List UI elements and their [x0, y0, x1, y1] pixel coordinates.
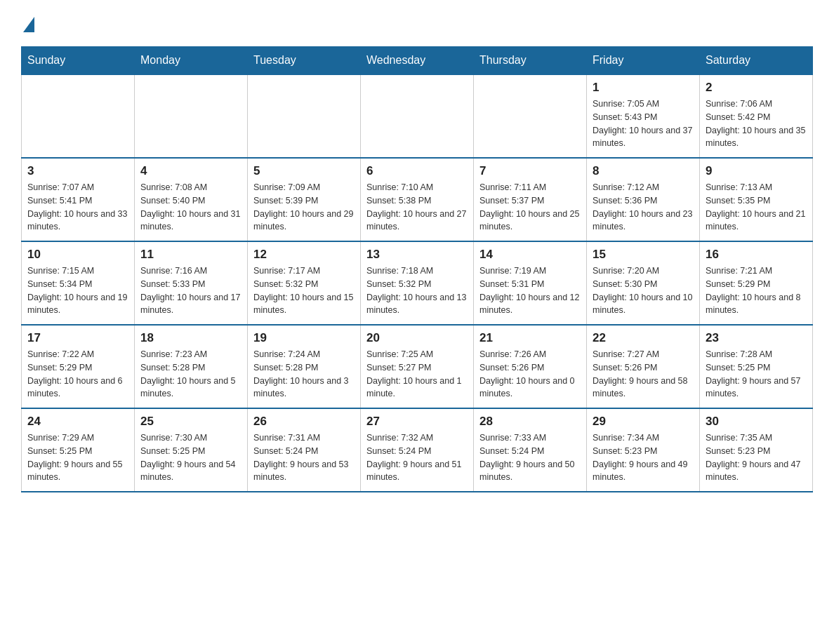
day-info: Sunrise: 7:19 AMSunset: 5:31 PMDaylight:…: [479, 264, 581, 317]
day-number: 21: [479, 331, 581, 345]
calendar-cell: 27Sunrise: 7:32 AMSunset: 5:24 PMDayligh…: [361, 408, 474, 492]
day-number: 2: [706, 81, 807, 95]
day-number: 9: [706, 164, 807, 178]
weekday-header-sunday: Sunday: [22, 47, 135, 75]
day-number: 14: [479, 248, 581, 262]
calendar-cell: 14Sunrise: 7:19 AMSunset: 5:31 PMDayligh…: [474, 241, 587, 325]
calendar-cell: 30Sunrise: 7:35 AMSunset: 5:23 PMDayligh…: [700, 408, 813, 492]
weekday-header-tuesday: Tuesday: [248, 47, 361, 75]
day-number: 6: [366, 164, 468, 178]
day-info: Sunrise: 7:35 AMSunset: 5:23 PMDaylight:…: [706, 431, 807, 484]
calendar-cell: 8Sunrise: 7:12 AMSunset: 5:36 PMDaylight…: [587, 158, 700, 241]
day-number: 3: [27, 164, 128, 178]
calendar-cell: 21Sunrise: 7:26 AMSunset: 5:26 PMDayligh…: [474, 325, 587, 408]
day-number: 11: [140, 248, 241, 262]
calendar-cell: 23Sunrise: 7:28 AMSunset: 5:25 PMDayligh…: [700, 325, 813, 408]
day-number: 20: [366, 331, 468, 345]
page-header: [21, 14, 813, 32]
day-info: Sunrise: 7:25 AMSunset: 5:27 PMDaylight:…: [366, 348, 468, 401]
day-number: 25: [140, 415, 241, 429]
calendar-cell: [248, 74, 361, 158]
day-info: Sunrise: 7:31 AMSunset: 5:24 PMDaylight:…: [253, 431, 355, 484]
day-info: Sunrise: 7:11 AMSunset: 5:37 PMDaylight:…: [479, 181, 581, 234]
calendar-week-row: 10Sunrise: 7:15 AMSunset: 5:34 PMDayligh…: [22, 241, 813, 325]
day-info: Sunrise: 7:15 AMSunset: 5:34 PMDaylight:…: [27, 264, 128, 317]
day-info: Sunrise: 7:07 AMSunset: 5:41 PMDaylight:…: [27, 181, 128, 234]
calendar-week-row: 17Sunrise: 7:22 AMSunset: 5:29 PMDayligh…: [22, 325, 813, 408]
calendar-week-row: 3Sunrise: 7:07 AMSunset: 5:41 PMDaylight…: [22, 158, 813, 241]
day-info: Sunrise: 7:23 AMSunset: 5:28 PMDaylight:…: [140, 348, 241, 401]
day-number: 8: [593, 164, 694, 178]
calendar-week-row: 1Sunrise: 7:05 AMSunset: 5:43 PMDaylight…: [22, 74, 813, 158]
calendar-cell: 7Sunrise: 7:11 AMSunset: 5:37 PMDaylight…: [474, 158, 587, 241]
weekday-header-saturday: Saturday: [700, 47, 813, 75]
day-info: Sunrise: 7:22 AMSunset: 5:29 PMDaylight:…: [27, 348, 128, 401]
calendar-cell: [22, 74, 135, 158]
calendar-cell: 20Sunrise: 7:25 AMSunset: 5:27 PMDayligh…: [361, 325, 474, 408]
day-info: Sunrise: 7:21 AMSunset: 5:29 PMDaylight:…: [706, 264, 807, 317]
day-number: 22: [593, 331, 694, 345]
day-number: 28: [479, 415, 581, 429]
calendar-cell: 9Sunrise: 7:13 AMSunset: 5:35 PMDaylight…: [700, 158, 813, 241]
day-info: Sunrise: 7:05 AMSunset: 5:43 PMDaylight:…: [593, 98, 694, 150]
day-info: Sunrise: 7:32 AMSunset: 5:24 PMDaylight:…: [366, 431, 468, 484]
calendar-cell: [135, 74, 248, 158]
calendar-cell: 29Sunrise: 7:34 AMSunset: 5:23 PMDayligh…: [587, 408, 700, 492]
calendar-cell: 18Sunrise: 7:23 AMSunset: 5:28 PMDayligh…: [135, 325, 248, 408]
day-info: Sunrise: 7:20 AMSunset: 5:30 PMDaylight:…: [593, 264, 694, 317]
calendar-cell: 12Sunrise: 7:17 AMSunset: 5:32 PMDayligh…: [248, 241, 361, 325]
day-info: Sunrise: 7:30 AMSunset: 5:25 PMDaylight:…: [140, 431, 241, 484]
calendar-cell: 17Sunrise: 7:22 AMSunset: 5:29 PMDayligh…: [22, 325, 135, 408]
calendar-header: SundayMondayTuesdayWednesdayThursdayFrid…: [22, 47, 813, 75]
day-number: 7: [479, 164, 581, 178]
day-info: Sunrise: 7:12 AMSunset: 5:36 PMDaylight:…: [593, 181, 694, 234]
day-info: Sunrise: 7:16 AMSunset: 5:33 PMDaylight:…: [140, 264, 241, 317]
calendar-cell: 4Sunrise: 7:08 AMSunset: 5:40 PMDaylight…: [135, 158, 248, 241]
calendar-cell: 24Sunrise: 7:29 AMSunset: 5:25 PMDayligh…: [22, 408, 135, 492]
calendar-table: SundayMondayTuesdayWednesdayThursdayFrid…: [21, 46, 813, 492]
logo-triangle-icon: [23, 17, 34, 32]
day-info: Sunrise: 7:33 AMSunset: 5:24 PMDaylight:…: [479, 431, 581, 484]
calendar-cell: 3Sunrise: 7:07 AMSunset: 5:41 PMDaylight…: [22, 158, 135, 241]
day-number: 17: [27, 331, 128, 345]
day-number: 19: [253, 331, 355, 345]
calendar-cell: 16Sunrise: 7:21 AMSunset: 5:29 PMDayligh…: [700, 241, 813, 325]
day-info: Sunrise: 7:29 AMSunset: 5:25 PMDaylight:…: [27, 431, 128, 484]
calendar-body: 1Sunrise: 7:05 AMSunset: 5:43 PMDaylight…: [22, 74, 813, 492]
day-info: Sunrise: 7:06 AMSunset: 5:42 PMDaylight:…: [706, 98, 807, 150]
day-info: Sunrise: 7:28 AMSunset: 5:25 PMDaylight:…: [706, 348, 807, 401]
day-info: Sunrise: 7:08 AMSunset: 5:40 PMDaylight:…: [140, 181, 241, 234]
calendar-cell: 5Sunrise: 7:09 AMSunset: 5:39 PMDaylight…: [248, 158, 361, 241]
weekday-header-friday: Friday: [587, 47, 700, 75]
day-info: Sunrise: 7:09 AMSunset: 5:39 PMDaylight:…: [253, 181, 355, 234]
weekday-header-monday: Monday: [135, 47, 248, 75]
calendar-cell: 25Sunrise: 7:30 AMSunset: 5:25 PMDayligh…: [135, 408, 248, 492]
day-number: 1: [593, 81, 694, 95]
day-info: Sunrise: 7:27 AMSunset: 5:26 PMDaylight:…: [593, 348, 694, 401]
calendar-cell: 22Sunrise: 7:27 AMSunset: 5:26 PMDayligh…: [587, 325, 700, 408]
day-info: Sunrise: 7:17 AMSunset: 5:32 PMDaylight:…: [253, 264, 355, 317]
calendar-cell: 1Sunrise: 7:05 AMSunset: 5:43 PMDaylight…: [587, 74, 700, 158]
day-number: 24: [27, 415, 128, 429]
calendar-cell: 2Sunrise: 7:06 AMSunset: 5:42 PMDaylight…: [700, 74, 813, 158]
calendar-cell: 6Sunrise: 7:10 AMSunset: 5:38 PMDaylight…: [361, 158, 474, 241]
weekday-header-thursday: Thursday: [474, 47, 587, 75]
day-number: 27: [366, 415, 468, 429]
day-info: Sunrise: 7:13 AMSunset: 5:35 PMDaylight:…: [706, 181, 807, 234]
day-number: 4: [140, 164, 241, 178]
calendar-cell: [361, 74, 474, 158]
calendar-week-row: 24Sunrise: 7:29 AMSunset: 5:25 PMDayligh…: [22, 408, 813, 492]
day-info: Sunrise: 7:18 AMSunset: 5:32 PMDaylight:…: [366, 264, 468, 317]
day-info: Sunrise: 7:24 AMSunset: 5:28 PMDaylight:…: [253, 348, 355, 401]
day-info: Sunrise: 7:10 AMSunset: 5:38 PMDaylight:…: [366, 181, 468, 234]
calendar-cell: 10Sunrise: 7:15 AMSunset: 5:34 PMDayligh…: [22, 241, 135, 325]
calendar-cell: 13Sunrise: 7:18 AMSunset: 5:32 PMDayligh…: [361, 241, 474, 325]
day-number: 23: [706, 331, 807, 345]
logo: [21, 14, 34, 32]
day-number: 30: [706, 415, 807, 429]
day-number: 26: [253, 415, 355, 429]
calendar-cell: 15Sunrise: 7:20 AMSunset: 5:30 PMDayligh…: [587, 241, 700, 325]
day-number: 13: [366, 248, 468, 262]
weekday-header-wednesday: Wednesday: [361, 47, 474, 75]
weekday-header-row: SundayMondayTuesdayWednesdayThursdayFrid…: [22, 47, 813, 75]
